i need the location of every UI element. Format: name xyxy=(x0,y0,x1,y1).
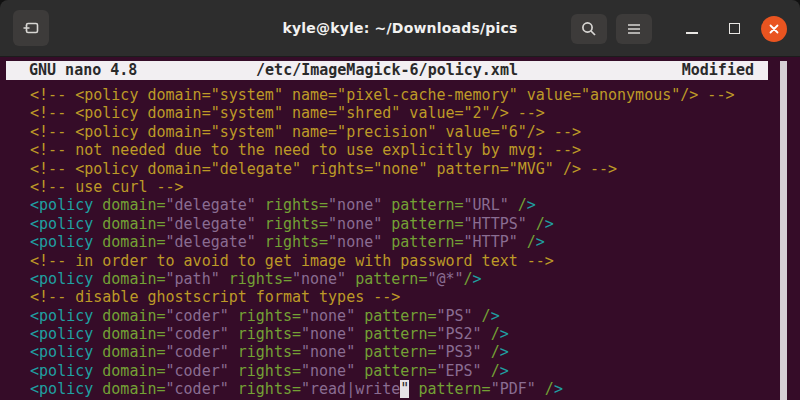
editor-line: <policy domain="coder" rights="none" pat… xyxy=(12,343,800,361)
minimize-icon xyxy=(686,32,698,34)
search-icon xyxy=(580,20,598,38)
editor-line: <policy domain="coder" rights="read|writ… xyxy=(12,380,800,398)
new-tab-button[interactable] xyxy=(13,10,49,46)
editor-line: <policy domain="coder" rights="none" pat… xyxy=(12,325,800,343)
editor-line: <policy domain="delegate" rights="none" … xyxy=(12,215,800,233)
terminal-content[interactable]: GNU nano 4.8 /etc/ImageMagick-6/policy.x… xyxy=(0,57,800,400)
editor-line: <policy domain="delegate" rights="none" … xyxy=(12,233,800,251)
titlebar[interactable]: kyle@kyle: ~/Downloads/pics xyxy=(0,0,800,57)
editor-line: <policy domain="delegate" rights="none" … xyxy=(12,196,800,214)
editor-line: <policy domain="coder" rights="none" pat… xyxy=(12,362,800,380)
maximize-icon xyxy=(729,23,740,34)
editor-line: <!-- disable ghostscript format types --… xyxy=(12,288,800,306)
editor-line: <!-- <policy domain="delegate" rights="n… xyxy=(12,160,800,178)
close-button[interactable] xyxy=(761,16,787,42)
terminal-window: kyle@kyle: ~/Downloads/pics xyxy=(0,0,800,400)
editor-line: <policy domain="coder" rights="none" pat… xyxy=(12,307,800,325)
editor-line: <policy domain="path" rights="none" patt… xyxy=(12,270,800,288)
menu-button[interactable] xyxy=(616,14,652,44)
maximize-button[interactable] xyxy=(721,16,747,42)
editor-line: <!-- <policy domain="system" name="shred… xyxy=(12,104,800,122)
editor-line: <!-- not needed due to the need to use e… xyxy=(12,141,800,159)
editor-line: <!-- <policy domain="system" name="pixel… xyxy=(12,86,800,104)
nano-file-path: /etc/ImageMagick-6/policy.xml xyxy=(6,61,768,80)
editor-lines: <!-- <policy domain="system" name="pixel… xyxy=(12,86,800,399)
editor-line: <!-- <policy domain="system" name="preci… xyxy=(12,123,800,141)
new-tab-icon xyxy=(21,18,41,38)
editor-line: <!-- use curl --> xyxy=(12,178,800,196)
scrollbar[interactable] xyxy=(780,61,787,400)
titlebar-controls xyxy=(571,0,800,57)
search-button[interactable] xyxy=(571,14,607,44)
close-icon xyxy=(768,23,780,35)
editor-area[interactable]: <!-- <policy domain="system" name="pixel… xyxy=(0,80,800,400)
hamburger-menu-icon xyxy=(626,22,642,36)
minimize-button[interactable] xyxy=(679,16,705,42)
nano-titlebar: GNU nano 4.8 /etc/ImageMagick-6/policy.x… xyxy=(6,61,768,80)
nano-modified-badge: Modified xyxy=(682,61,768,80)
editor-line: <!-- in order to avoid to get image with… xyxy=(12,252,800,270)
